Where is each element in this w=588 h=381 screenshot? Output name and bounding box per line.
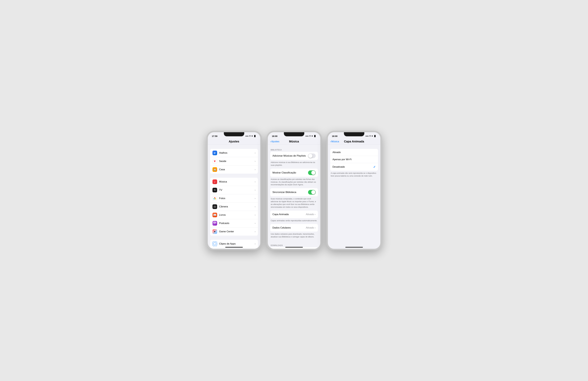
desc-show-rating: Acesse as classificações por estrelas na… xyxy=(268,177,320,188)
label-gamecenter: Game Center xyxy=(219,230,255,233)
label-capa-animada: Capa Animada xyxy=(273,213,306,216)
label-podcasts: Podcasts xyxy=(219,222,255,225)
section-header-biblioteca: BIBLIOTECA xyxy=(268,149,320,152)
home-indicator-2 xyxy=(285,247,303,248)
row-photos[interactable]: Fotos › xyxy=(210,194,258,202)
toggle-sync-library[interactable] xyxy=(308,190,316,195)
chevron-photos: › xyxy=(255,197,256,200)
group-top-apps: Atalhos › ♥ Saúde › 🏠 Casa xyxy=(210,149,258,174)
chevron-home: › xyxy=(255,168,256,171)
toggle-add-playlists[interactable] xyxy=(308,154,316,158)
row-home[interactable]: 🏠 Casa › xyxy=(210,165,258,174)
row-camera[interactable]: Câmera › xyxy=(210,202,258,211)
label-show-rating: Mostrar Classificação xyxy=(273,171,308,174)
toggle-show-rating[interactable] xyxy=(308,170,316,175)
row-shortcuts[interactable]: Atalhos › xyxy=(210,149,258,157)
time-3: 18:00 xyxy=(332,135,337,137)
nav-bar-2: ‹ Ajustes Música xyxy=(268,139,320,145)
section-downloads: DOWNLOADS Músicas Baixadas 1,06 GB › Oti… xyxy=(268,244,320,249)
nav-bar-3: ‹ Música Capa Animada xyxy=(328,139,380,145)
chevron-tv: › xyxy=(255,189,256,192)
label-clips: Clipes de Apps xyxy=(219,242,255,245)
status-icons-1: ●●● ⬆ ≋ ▐▌ xyxy=(245,135,256,137)
label-photos: Fotos xyxy=(219,197,255,200)
icon-home: 🏠 xyxy=(212,167,217,172)
battery-icon-3: ▐▌ xyxy=(374,135,376,137)
settings-list-3[interactable]: Ativado Apenas por Wi-Fi Desativado ✓ A … xyxy=(328,145,380,249)
desc-dados-celulares: Use dados celulares para downloads, tran… xyxy=(268,232,320,240)
row-desativado[interactable]: Desativado ✓ xyxy=(330,163,378,171)
icon-photos xyxy=(212,196,217,201)
icon-music: ♪ xyxy=(212,180,217,184)
row-podcasts[interactable]: Podcasts › xyxy=(210,219,258,227)
value-capa-animada: Ativado › xyxy=(306,213,315,216)
row-show-rating[interactable]: Mostrar Classificação xyxy=(270,169,318,177)
desc-capa-note: A capa animada não será reproduzida se o… xyxy=(328,171,380,180)
label-home: Casa xyxy=(219,168,255,171)
section-top-apps: Atalhos › ♥ Saúde › 🏠 Casa xyxy=(208,149,260,174)
chevron-clips: › xyxy=(255,242,256,245)
row-gamecenter[interactable]: ● Game Center › xyxy=(210,227,258,236)
nav-back-3[interactable]: ‹ Música xyxy=(330,140,339,143)
svg-point-11 xyxy=(214,223,215,224)
location-icon-1: ⬆ xyxy=(249,135,251,137)
notch-2 xyxy=(284,132,304,136)
group-biblioteca: Adicionar Músicas de Playlists xyxy=(270,152,318,160)
chevron-shortcuts: › xyxy=(255,151,256,154)
label-health: Saúde xyxy=(219,160,255,163)
section-biblioteca: BIBLIOTECA Adicionar Músicas de Playlist… xyxy=(268,149,320,240)
row-add-playlists[interactable]: Adicionar Músicas de Playlists xyxy=(270,152,318,160)
label-tv: TV xyxy=(219,189,255,192)
icon-clips xyxy=(212,241,217,246)
desc-capa-animada: Capas animadas serão reproduzidas automa… xyxy=(268,218,320,224)
location-icon-2: ⬆ xyxy=(309,135,311,137)
row-tv[interactable]: TV TV › xyxy=(210,186,258,194)
back-chevron-2: ‹ xyxy=(270,140,271,143)
row-ativado[interactable]: Ativado xyxy=(330,149,378,156)
wifi-icon-1: ≋ xyxy=(251,135,253,137)
chevron-books: › xyxy=(255,214,256,216)
phone-2: 18:00 ●●● ⬆ ≋ ▐▌ ‹ Ajustes Música BIBLIO… xyxy=(266,131,322,250)
row-1password[interactable]: ① 1Password › xyxy=(210,248,258,249)
desc-add-playlists: Adicione músicas à sua Biblioteca ao adi… xyxy=(268,160,320,169)
back-chevron-3: ‹ xyxy=(330,140,331,143)
row-dados-celulares[interactable]: Dados Celulares Ativado › xyxy=(270,224,318,232)
row-sync-library[interactable]: Sincronizar Biblioteca xyxy=(270,188,318,196)
label-apenas-wifi: Apenas por Wi-Fi xyxy=(333,158,376,161)
notch-1 xyxy=(224,132,244,136)
group-capa-options: Ativado Apenas por Wi-Fi Desativado ✓ xyxy=(330,149,378,171)
row-capa-animada[interactable]: Capa Animada Ativado › xyxy=(270,211,318,218)
label-desativado: Desativado xyxy=(333,165,373,168)
icon-health: ♥ xyxy=(212,159,217,163)
label-camera: Câmera xyxy=(219,205,255,208)
status-icons-2: ●●● ⬆ ≋ ▐▌ xyxy=(305,135,316,137)
label-dados-celulares: Dados Celulares xyxy=(273,226,306,229)
chevron-health: › xyxy=(255,160,256,163)
page-title-3: Capa Animada xyxy=(344,140,364,143)
row-books[interactable]: 📖 Livros › xyxy=(210,211,258,219)
row-apenas-wifi[interactable]: Apenas por Wi-Fi xyxy=(330,156,378,163)
row-music[interactable]: ♪ Música › xyxy=(210,178,258,186)
row-health[interactable]: ♥ Saúde › xyxy=(210,157,258,165)
svg-rect-2 xyxy=(214,154,215,154)
label-music: Música xyxy=(219,180,255,183)
icon-podcasts xyxy=(212,221,217,226)
status-icons-3: ●●● ⬆ ≋ ▐▌ xyxy=(365,135,376,137)
chevron-camera: › xyxy=(255,205,256,208)
notch-3 xyxy=(344,132,364,136)
settings-list-1[interactable]: Atalhos › ♥ Saúde › 🏠 Casa xyxy=(208,145,260,249)
checkmark-desativado: ✓ xyxy=(373,165,376,169)
svg-rect-1 xyxy=(214,153,215,153)
phone-1: 17:59 ●●● ⬆ ≋ ▐▌ Ajustes Atalhos xyxy=(206,131,262,250)
nav-back-2[interactable]: ‹ Ajustes xyxy=(270,140,279,143)
page-title-2: Música xyxy=(289,140,299,143)
location-icon-3: ⬆ xyxy=(369,135,371,137)
settings-list-2[interactable]: BIBLIOTECA Adicionar Músicas de Playlist… xyxy=(268,145,320,249)
svg-rect-10 xyxy=(214,206,215,206)
value-dados-celulares: Ativado › xyxy=(306,226,315,229)
home-indicator-3 xyxy=(345,247,363,248)
icon-camera xyxy=(212,204,217,209)
icon-gamecenter: ● xyxy=(212,229,217,234)
home-indicator-1 xyxy=(225,247,243,248)
label-ativado: Ativado xyxy=(333,151,376,154)
